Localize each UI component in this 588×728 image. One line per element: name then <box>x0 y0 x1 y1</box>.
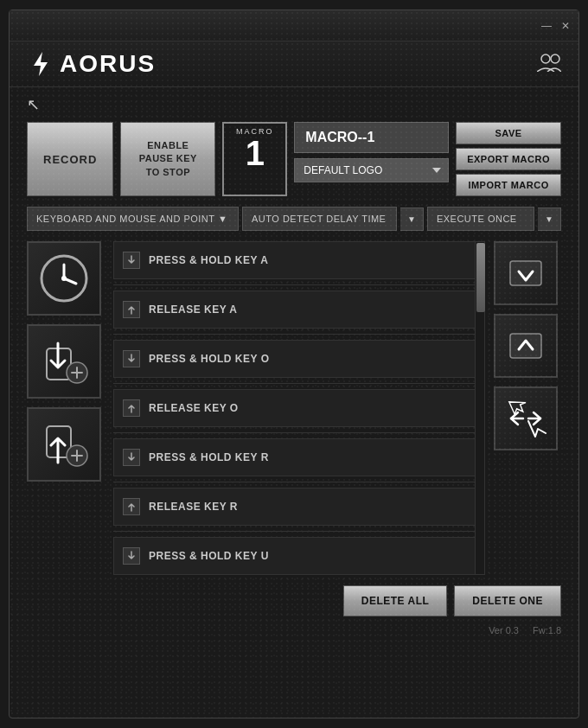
close-button[interactable]: ✕ <box>559 20 572 32</box>
main-content: PRESS & HOLD KEY ARELEASE KEY APRESS & H… <box>10 241 578 575</box>
macro-item-icon <box>123 547 140 565</box>
delete-one-button[interactable]: DELETE ONE <box>454 585 561 616</box>
macro-item-label: RELEASE KEY R <box>149 501 476 513</box>
macro-item[interactable]: PRESS & HOLD KEY U <box>113 537 485 575</box>
press-up-icon-box <box>27 407 101 482</box>
title-bar: — ✕ <box>10 10 578 42</box>
save-button[interactable]: SAVE <box>456 122 561 144</box>
macro-item-icon <box>123 498 140 515</box>
macro-item[interactable]: PRESS & HOLD KEY R <box>113 438 485 476</box>
filter-row: KEYBOARD AND MOUSE AND POINT ▼ AUTO DETE… <box>10 207 578 231</box>
macro-item[interactable]: RELEASE KEY A <box>113 291 485 329</box>
controls-row: RECORD ENABLEPAUSE KEYTO STOP MACRO 1 DE… <box>10 122 578 196</box>
scrollbar-thumb <box>476 243 485 312</box>
macro-list: PRESS & HOLD KEY ARELEASE KEY APRESS & H… <box>113 241 485 575</box>
move-up-button[interactable] <box>494 314 558 378</box>
svg-rect-12 <box>510 334 541 358</box>
press-down-icon <box>34 331 94 392</box>
version-bar: Ver 0.3 Fw:1.8 <box>10 622 578 639</box>
macro-name-area: DEFAULT LOGO <box>294 122 449 196</box>
execute-dropdown-arrow[interactable]: ▼ <box>538 208 561 231</box>
delay-dropdown-arrow[interactable]: ▼ <box>400 208 424 231</box>
enable-pause-button[interactable]: ENABLEPAUSE KEYTO STOP <box>120 122 215 196</box>
drag-icon <box>504 397 547 440</box>
drag-button[interactable] <box>494 386 558 450</box>
clock-icon-box <box>27 241 101 316</box>
delete-all-button[interactable]: DELETE ALL <box>343 585 448 616</box>
macro-logo-select[interactable]: DEFAULT LOGO <box>294 158 449 182</box>
macro-number: 1 <box>233 136 277 170</box>
filter-execute-dropdown[interactable]: EXECUTE ONCE <box>427 207 534 231</box>
macro-item-label: RELEASE KEY A <box>149 303 476 316</box>
firmware-text: Fw:1.8 <box>533 625 561 635</box>
filter-delay-dropdown[interactable]: AUTO DETECT DELAY TIME <box>242 207 397 231</box>
macro-item-icon <box>123 301 140 318</box>
macro-item-icon <box>123 252 140 269</box>
minimize-button[interactable]: — <box>540 20 553 32</box>
macro-item-label: PRESS & HOLD KEY U <box>149 550 476 562</box>
bottom-row: DELETE ALL DELETE ONE <box>10 575 578 622</box>
header: AORUS <box>10 42 578 87</box>
filter-keyboard-dropdown[interactable]: KEYBOARD AND MOUSE AND POINT ▼ <box>27 207 239 231</box>
title-bar-buttons: — ✕ <box>540 20 572 32</box>
macro-item[interactable]: PRESS & HOLD KEY O <box>113 340 485 378</box>
macro-item-icon <box>123 449 140 466</box>
macro-item-label: RELEASE KEY O <box>149 402 476 414</box>
svg-point-1 <box>541 54 550 63</box>
scrollbar[interactable] <box>475 241 485 575</box>
svg-point-6 <box>61 276 67 281</box>
macro-item[interactable]: RELEASE KEY R <box>113 488 485 526</box>
import-marco-button[interactable]: IMPORT MARCO <box>456 174 561 196</box>
export-macro-button[interactable]: EXPORT MACRO <box>456 148 561 170</box>
logo-area: AORUS <box>27 50 156 78</box>
macro-number-box: MACRO 1 <box>222 122 287 196</box>
aorus-logo-icon <box>27 50 54 78</box>
cursor-area: ↖ <box>10 87 578 122</box>
clock-icon <box>38 252 90 304</box>
macro-item[interactable]: RELEASE KEY O <box>113 389 485 427</box>
svg-marker-0 <box>34 52 48 76</box>
version-text: Ver 0.3 <box>489 625 519 635</box>
app-window: — ✕ AORUS ↖ RECORD ENABLEPAUSE KE <box>9 10 579 718</box>
macro-list-area: PRESS & HOLD KEY ARELEASE KEY APRESS & H… <box>113 241 485 575</box>
macro-item-icon <box>123 350 140 367</box>
macro-item-label: PRESS & HOLD KEY A <box>149 254 476 266</box>
action-buttons-column <box>494 241 561 575</box>
macro-name-input[interactable] <box>294 122 449 153</box>
icon-column <box>27 241 105 575</box>
right-buttons: SAVE EXPORT MACRO IMPORT MARCO <box>456 122 561 196</box>
macro-item-label: PRESS & HOLD KEY O <box>149 353 476 365</box>
move-down-icon <box>507 254 545 292</box>
move-down-button[interactable] <box>494 241 558 305</box>
macro-item[interactable]: PRESS & HOLD KEY A <box>113 241 485 279</box>
svg-rect-11 <box>510 261 541 285</box>
cursor-icon: ↖ <box>27 95 40 114</box>
svg-point-2 <box>551 54 559 63</box>
press-up-icon <box>34 414 94 475</box>
macro-item-label: PRESS & HOLD KEY R <box>149 451 476 463</box>
logo-text: AORUS <box>60 50 156 78</box>
record-button[interactable]: RECORD <box>27 122 113 196</box>
press-down-icon-box <box>27 324 101 399</box>
user-icon[interactable] <box>537 53 561 76</box>
move-up-icon <box>507 327 545 365</box>
macro-item-icon <box>123 399 140 417</box>
